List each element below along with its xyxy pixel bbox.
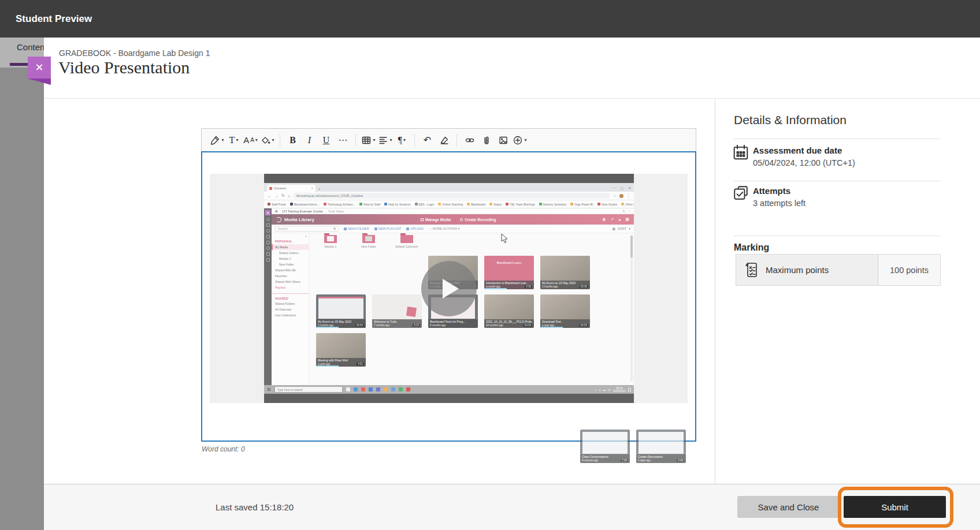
- thumb-folder-label: Default Collection: [395, 245, 418, 248]
- align-icon: [378, 135, 388, 145]
- thumb-other-bookmarks: Other bookmarks: [621, 203, 634, 206]
- rubric-checklist-icon: [744, 262, 758, 279]
- link-button[interactable]: [461, 132, 478, 149]
- thumb-folder-icon: [362, 235, 375, 243]
- pilcrow-icon: ¶: [398, 136, 402, 145]
- thumb-card-age: 8 months ago: [430, 324, 446, 327]
- thumb-bookmark-label: Blackboard Admin...: [294, 203, 320, 206]
- thumb-settings-icon: ◌: [628, 209, 630, 213]
- thumb-card-duration: 4:01: [357, 363, 364, 365]
- thumb-sidebar-item: Shared With Others: [272, 279, 309, 285]
- thumb-video-card: Create Discussions 2 days ago 4:48: [636, 430, 686, 463]
- thumb-grid-view-icon: ▦: [612, 227, 615, 230]
- thumb-media-library-title: Media Library: [284, 217, 314, 222]
- thumb-bell-icon: ●: [618, 218, 621, 222]
- thumb-new-playlist-button: NEW PLAYLIST: [374, 227, 402, 230]
- insert-content-button[interactable]: ▾: [511, 132, 528, 149]
- thumb-bookmark-label: Blackboard: [471, 203, 485, 206]
- thumb-search-input: Search: [275, 226, 339, 232]
- undo-button[interactable]: ↶: [419, 132, 436, 149]
- paint-bucket-icon: [260, 135, 270, 145]
- thumb-system-tray: ∧ ● ▬ ◈ 09:29 19/05/2023: [595, 387, 631, 393]
- thumb-card-title: Create Discussions: [638, 455, 684, 458]
- bold-icon: B: [289, 136, 296, 145]
- remove-formatting-button[interactable]: [436, 132, 452, 149]
- attachment-button[interactable]: [478, 132, 495, 149]
- thumb-card-duration: 54:34: [524, 324, 532, 327]
- thumb-bookmark-item: Help for Students: [384, 203, 411, 206]
- italic-icon: I: [308, 136, 311, 145]
- thumb-card-title: Meeting with Peter Moll: [318, 359, 364, 362]
- thumb-card-age: a year ago: [542, 324, 554, 327]
- table-button[interactable]: ▾: [360, 132, 377, 149]
- thumb-lti-icons: ↻ ◌: [622, 209, 630, 213]
- left-rail: [0, 38, 44, 530]
- thumb-bookmarks-bar: Staff Portal Blackboard Admin... Technol…: [264, 200, 634, 208]
- paragraph-button[interactable]: ¶ ▾: [394, 132, 410, 149]
- align-button[interactable]: ▾: [377, 132, 394, 149]
- close-panel-button[interactable]: ✕: [28, 57, 51, 79]
- font-size-button[interactable]: A A ▾: [242, 132, 259, 149]
- thumb-profile-avatar: [619, 194, 623, 198]
- thumb-upload-label: UPLOAD: [410, 227, 424, 230]
- student-preview-bar: Student Preview: [0, 0, 980, 38]
- play-button[interactable]: [421, 261, 477, 316]
- submit-button[interactable]: Submit: [844, 496, 946, 518]
- thumb-card-title: Download Test: [542, 320, 588, 323]
- thumb-card-title: Introduction to Blackboard Lear...: [486, 281, 532, 285]
- italic-button[interactable]: I: [301, 132, 318, 149]
- thumb-bookmark-favicon: [506, 203, 508, 206]
- thumb-bookmark-item: TEL Team Briefings: [506, 203, 534, 206]
- thumb-upload-icon: [406, 227, 409, 230]
- paperclip-icon: [481, 135, 492, 145]
- thumb-card-caption: Create Discussions 2 days ago 4:48: [636, 454, 686, 463]
- more-formatting-button[interactable]: ⋯: [335, 132, 351, 149]
- thumb-folder-item: New Folder: [354, 235, 383, 248]
- thumb-bookmark-favicon: [570, 203, 573, 206]
- save-and-close-button[interactable]: Save and Close: [737, 496, 840, 518]
- thumb-card-duration: 4:48: [677, 459, 684, 462]
- thumb-card-title: Class Conversations: [582, 455, 628, 458]
- thumb-sidebar-item: My Media: [272, 244, 309, 250]
- thumb-card-age: a month ago: [486, 285, 500, 288]
- image-icon: [498, 135, 508, 145]
- underline-button[interactable]: U: [318, 132, 335, 149]
- thumb-bookmark-item: Online Teaching: [438, 203, 463, 206]
- thumb-nav-icon: [266, 223, 270, 227]
- thumb-bookmark-favicon: [438, 203, 441, 206]
- thumb-video-card: 2022_10_10_12_58___PCLS Profe... 10 mont…: [484, 294, 534, 328]
- caret-down-icon: ▾: [403, 137, 406, 143]
- plus-circle-icon: [513, 135, 523, 145]
- thumb-preview-close-icon: ✕: [265, 210, 270, 215]
- thumb-nav-icon: [266, 247, 270, 250]
- maximum-points-value: 100 points: [878, 255, 940, 285]
- thumb-card-duration: 7:35: [621, 459, 628, 462]
- highlight-color-button[interactable]: ▾: [259, 132, 276, 149]
- more-icon: ⋯: [339, 136, 348, 145]
- thumb-favicon: [269, 187, 272, 190]
- thumb-minimize-icon: —: [612, 186, 615, 190]
- bold-button[interactable]: B: [284, 132, 301, 149]
- tab-active-underline: [10, 63, 29, 66]
- thumb-bookmark-label: TEL Team Briefings: [510, 203, 534, 206]
- thumb-bookmark-item: Blackboard: [467, 203, 485, 206]
- toolbar-separator: [456, 134, 457, 147]
- thumb-tray-cloud-icon: ●: [599, 388, 601, 391]
- close-button-fold: [28, 79, 51, 85]
- thumb-taskbar-app-icon: [361, 387, 365, 391]
- thumb-maximize-icon: ▢: [620, 186, 623, 190]
- thumb-card-duration: 8:29: [413, 324, 420, 327]
- font-family-button[interactable]: T ▾: [225, 132, 242, 149]
- font-family-icon: T: [229, 136, 235, 145]
- toolbar-separator: [280, 134, 280, 147]
- text-style-button[interactable]: ▾: [209, 132, 225, 149]
- insert-image-button[interactable]: [495, 132, 511, 149]
- thumb-media-content: Module 1 New Folder Default: [309, 233, 634, 385]
- thumb-media-library-header: Media Library Manage Media Create Record…: [272, 214, 634, 225]
- thumb-sidebar-item: SHARED: [272, 293, 309, 301]
- thumb-taskbar-app-icon: [391, 387, 395, 391]
- thumb-lti-bar: ⊞ LTI Training Example Course YuJa Video…: [272, 208, 634, 214]
- thumb-sidebar-item: All Channels: [272, 307, 309, 312]
- thumb-bookmark-item: Blackboard Admin...: [290, 203, 320, 206]
- thumb-new-playlist-label: NEW PLAYLIST: [378, 227, 402, 230]
